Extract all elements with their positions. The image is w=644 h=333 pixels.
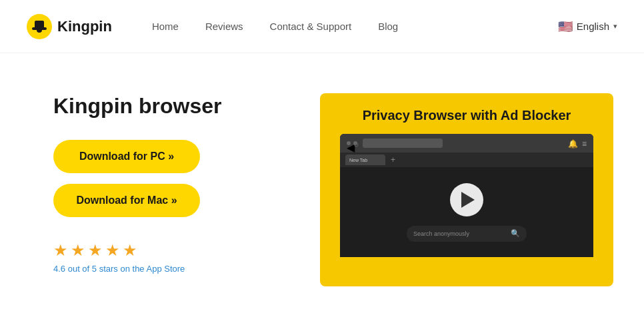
- download-pc-button[interactable]: Download for PC »: [53, 140, 200, 173]
- search-placeholder-text: Search anonymously: [413, 230, 507, 237]
- flag-icon: 🇺🇸: [558, 19, 573, 34]
- left-column: Kingpin browser Download for PC » Downlo…: [53, 93, 267, 274]
- browser-content: Search anonymously 🔍: [340, 167, 593, 257]
- star-1: ★: [53, 241, 68, 260]
- right-column: Privacy Browser with Ad Blocker ◀ ↻ 🔔 ≡: [320, 93, 613, 286]
- back-icon: ◀: [347, 141, 351, 145]
- address-bar: [363, 139, 443, 148]
- language-label: English: [577, 21, 609, 32]
- video-title: Privacy Browser with Ad Blocker: [349, 93, 585, 134]
- play-triangle-icon: [461, 192, 475, 208]
- main-nav: Home Reviews Contact & Support Blog: [152, 21, 558, 32]
- reload-icon: ↻: [353, 141, 357, 145]
- language-selector[interactable]: 🇺🇸 English ▾: [558, 19, 617, 34]
- browser-tabs-bar: New Tab +: [340, 153, 593, 167]
- stars-container: ★ ★ ★ ★ ★: [53, 241, 267, 260]
- star-4: ★: [105, 241, 120, 260]
- logo-text: Kingpin: [57, 18, 112, 35]
- new-tab: New Tab: [345, 155, 385, 165]
- download-mac-button[interactable]: Download for Mac »: [53, 184, 200, 217]
- browser-top-right-icons: 🔔 ≡: [568, 139, 587, 149]
- browser-toolbar: ◀ ↻ 🔔 ≡: [340, 134, 593, 153]
- video-thumbnail[interactable]: Privacy Browser with Ad Blocker ◀ ↻ 🔔 ≡: [320, 93, 613, 286]
- star-2: ★: [71, 241, 85, 260]
- add-tab-icon: +: [391, 155, 395, 165]
- search-bar-mockup: Search anonymously 🔍: [407, 226, 527, 242]
- logo-icon: [27, 14, 52, 39]
- header: Kingpin Home Reviews Contact & Support B…: [0, 0, 644, 53]
- star-5: ★: [123, 241, 137, 260]
- browser-mockup: ◀ ↻ 🔔 ≡ New Tab +: [340, 134, 593, 257]
- play-button[interactable]: [450, 183, 483, 216]
- toolbar-nav-icons: ◀ ↻: [347, 141, 357, 145]
- main-content: Kingpin browser Download for PC » Downlo…: [0, 53, 644, 286]
- nav-blog[interactable]: Blog: [378, 21, 398, 32]
- search-icon: 🔍: [511, 229, 520, 238]
- nav-home[interactable]: Home: [152, 21, 179, 32]
- star-3: ★: [88, 241, 103, 260]
- nav-reviews[interactable]: Reviews: [205, 21, 243, 32]
- logo-link[interactable]: Kingpin: [27, 14, 112, 39]
- notification-icon: 🔔: [568, 139, 578, 149]
- rating-text: 4.6 out of 5 stars on the App Store: [53, 264, 267, 274]
- tab-label: New Tab: [349, 158, 367, 163]
- menu-icon: ≡: [582, 139, 587, 149]
- chevron-down-icon: ▾: [613, 22, 617, 31]
- svg-point-3: [37, 27, 42, 33]
- page-title: Kingpin browser: [53, 93, 267, 119]
- nav-contact[interactable]: Contact & Support: [270, 21, 352, 32]
